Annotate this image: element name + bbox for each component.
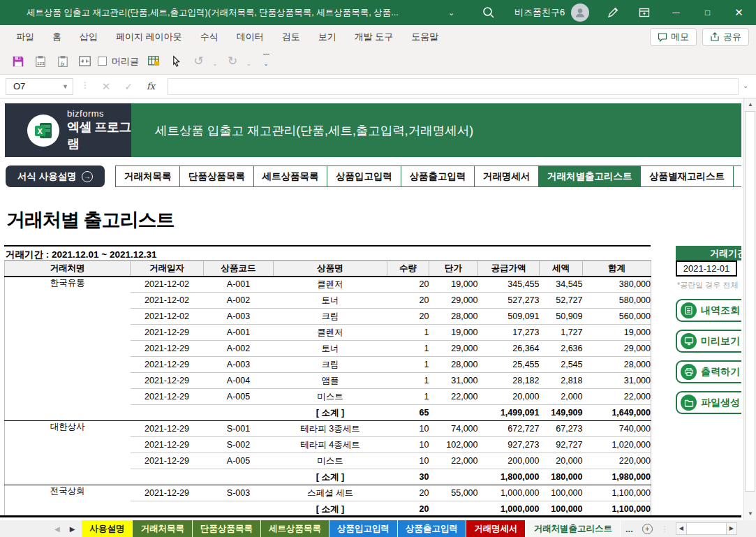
qty-cell[interactable]: 1 [387,357,429,373]
date-cell[interactable]: 2021-12-29 [131,341,204,357]
product-cell[interactable]: 테라피 3종세트 [274,421,387,437]
date-cell[interactable]: 2021-12-29 [131,373,204,389]
code-cell[interactable]: A-002 [204,293,274,309]
client-name-cell[interactable]: 한국유통 [5,277,131,421]
undo-icon[interactable]: ↺ [189,52,208,71]
supply-amount-cell[interactable]: 345,455 [478,277,540,293]
subtotal-tax-cell[interactable]: 149,909 [540,405,583,421]
product-cell[interactable]: 토너 [274,293,387,309]
code-cell[interactable]: A-004 [204,373,274,389]
paste-formula-icon[interactable]: fx [53,52,72,71]
avatar[interactable] [571,3,589,22]
date-cell[interactable]: 2021-12-29 [131,357,204,373]
code-cell[interactable]: S-003 [204,485,274,501]
save-icon[interactable] [8,52,27,71]
ribbon-tab-7[interactable]: 보기 [309,25,346,48]
supply-amount-cell[interactable]: 200,000 [478,453,540,469]
ribbon-tab-2[interactable]: 삽입 [71,25,107,48]
date-cell[interactable]: 2021-12-29 [131,453,204,469]
pen-icon[interactable] [607,6,619,19]
total-cell[interactable]: 31,000 [583,373,651,389]
total-cell[interactable]: 580,000 [583,293,651,309]
unit-price-cell[interactable] [429,469,478,485]
more-commands-icon[interactable]: ⌄ [261,54,271,69]
maximize-button[interactable]: □ [692,0,723,25]
redo-icon[interactable]: ↻ [223,52,242,71]
nav-button-1[interactable]: 단품상품목록 [179,165,254,187]
supply-amount-cell[interactable]: 25,455 [478,357,540,373]
unit-price-cell[interactable]: 19,000 [429,277,478,293]
product-cell[interactable]: 스페셜 세트 [274,485,387,501]
supply-amount-cell[interactable]: 26,364 [478,341,540,357]
vertical-scrollbar-thumb[interactable] [745,111,755,492]
redo-dropdown-icon[interactable]: ⌄ [246,60,252,67]
tab-scroll-right-icon[interactable]: ▶ [70,525,75,533]
code-cell[interactable] [204,469,274,485]
insert-function-button[interactable]: fx [141,78,161,95]
scroll-left-icon[interactable]: ◀ [676,522,687,535]
title-chevron-icon[interactable]: ⌄ [448,0,454,25]
tax-cell[interactable]: 1,727 [540,325,583,341]
product-cell[interactable]: 클렌저 [274,325,387,341]
nav-button-0[interactable]: 거래처목록 [115,165,181,187]
nav-button-6[interactable]: 거래처별출고리스트 [538,165,642,187]
enter-icon[interactable]: ✓ [119,78,138,95]
subtotal-total-cell[interactable]: 1,980,000 [583,469,651,485]
total-cell[interactable]: 28,000 [583,357,651,373]
name-box[interactable]: O7 ▼ [6,78,73,95]
product-cell[interactable]: 크림 [274,309,387,325]
date-cell[interactable]: 2021-12-29 [131,421,204,437]
total-cell[interactable]: 380,000 [583,277,651,293]
total-cell[interactable]: 22,000 [583,389,651,405]
date-cell[interactable]: 2021-12-29 [131,485,204,501]
total-cell[interactable]: 29,000 [583,341,651,357]
qty-cell[interactable]: 20 [387,277,429,293]
sheet-tab-4[interactable]: 상품입고입력 [329,520,398,537]
supply-amount-cell[interactable]: 527,273 [478,293,540,309]
header-checkbox[interactable] [98,57,107,66]
scroll-down-icon[interactable]: ▼ [745,508,756,520]
supply-amount-cell[interactable]: 672,727 [478,421,540,437]
subtotal-supply-cell[interactable]: 1,800,000 [478,469,540,485]
tax-cell[interactable]: 100,000 [540,485,583,501]
unit-price-cell[interactable]: 31,000 [429,373,478,389]
supply-amount-cell[interactable]: 927,273 [478,437,540,453]
tax-cell[interactable]: 2,636 [540,341,583,357]
qty-cell[interactable]: 1 [387,389,429,405]
merge-cells-icon[interactable] [75,52,94,71]
tax-cell[interactable]: 67,273 [540,421,583,437]
product-cell[interactable]: 크림 [274,357,387,373]
ribbon-tab-8[interactable]: 개발 도구 [346,25,403,48]
qty-cell[interactable]: 1 [387,341,429,357]
side-button-1[interactable]: 미리보기 [676,330,741,353]
ribbon-tab-3[interactable]: 페이지 레이아웃 [107,25,191,48]
more-sheets-indicator[interactable]: ... [625,524,633,534]
subtotal-supply-cell[interactable]: 1,499,091 [478,405,540,421]
date-cell[interactable]: 2021-12-02 [131,309,204,325]
product-cell[interactable]: 클렌저 [274,277,387,293]
qty-cell[interactable]: 20 [387,485,429,501]
unit-price-cell[interactable] [429,405,478,421]
nav-button-4[interactable]: 상품출고입력 [401,165,475,187]
code-cell[interactable]: A-001 [204,277,274,293]
code-cell[interactable]: A-001 [204,325,274,341]
code-cell[interactable]: A-003 [204,309,274,325]
sheet-tab-3[interactable]: 세트상품목록 [261,520,329,537]
nav-button-7[interactable]: 상품별재고리스트 [640,165,734,187]
cancel-icon[interactable]: ✕ [96,78,116,95]
ribbon-tab-4[interactable]: 수식 [191,25,228,48]
sheet-tab-6[interactable]: 거래명세서 [466,520,526,537]
user-name[interactable]: 비즈폼친구6 [514,0,565,25]
date-cell[interactable] [131,469,204,485]
unit-price-cell[interactable]: 29,000 [429,293,478,309]
qty-cell[interactable]: 1 [387,373,429,389]
date-cell[interactable] [131,405,204,421]
protect-sheet-icon[interactable] [144,52,163,71]
subtotal-total-cell[interactable]: 1,649,000 [583,405,651,421]
product-cell[interactable]: 미스트 [274,389,387,405]
unit-price-cell[interactable]: 29,000 [429,341,478,357]
qty-cell[interactable]: 10 [387,437,429,453]
code-cell[interactable]: S-002 [204,437,274,453]
product-cell[interactable]: 미스트 [274,453,387,469]
tax-cell[interactable]: 92,727 [540,437,583,453]
